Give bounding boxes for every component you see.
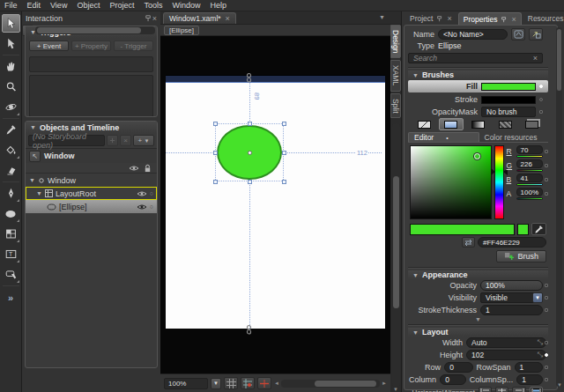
tile-brush-tab[interactable] <box>493 118 518 130</box>
menu-view[interactable]: View <box>50 1 67 10</box>
blue-value-field[interactable]: 41 <box>516 174 543 182</box>
close-icon[interactable]: × <box>152 14 157 23</box>
eye-icon[interactable] <box>137 190 147 197</box>
color-format-button[interactable] <box>462 237 475 248</box>
artboard-horizontal-scrollbar[interactable]: ◄ ► <box>274 380 387 388</box>
lock-dot-icon[interactable]: ○ <box>150 203 153 210</box>
stroke-advanced-marker[interactable] <box>539 98 543 101</box>
saturation-value-picker[interactable] <box>410 145 492 219</box>
delete-storyboard-button[interactable]: × <box>120 135 131 146</box>
add-event-button[interactable]: + Event <box>29 41 69 51</box>
asset-library-button[interactable]: » <box>2 288 20 307</box>
eraser-tool[interactable] <box>2 161 20 180</box>
advanced-marker[interactable] <box>545 308 548 312</box>
close-icon[interactable]: × <box>511 15 516 24</box>
pin-icon[interactable] <box>501 16 508 23</box>
hue-slider[interactable] <box>494 145 503 219</box>
ellipse-tool[interactable] <box>2 204 20 223</box>
camera-orbit-tool[interactable] <box>2 98 20 116</box>
stroke-swatch[interactable] <box>481 96 536 104</box>
column-field[interactable]: 0 <box>440 374 466 385</box>
show-grid-button[interactable] <box>224 377 238 389</box>
red-slider[interactable] <box>516 155 543 158</box>
scope-row[interactable]: ↖ Window <box>26 148 157 163</box>
tab-project[interactable]: Project × <box>405 12 456 25</box>
resize-handle-ne[interactable] <box>282 122 286 126</box>
grid-layout-tool[interactable] <box>2 225 20 243</box>
expander-icon[interactable]: ▼ <box>29 177 35 183</box>
expander-icon[interactable]: ▼ <box>36 190 42 196</box>
opacity-mask-row[interactable]: OpacityMask No brush <box>408 106 548 118</box>
artboard-vertical-scrollbar[interactable] <box>392 123 400 387</box>
advanced-marker[interactable] <box>545 341 548 344</box>
columnspan-field[interactable]: 1 <box>516 374 543 385</box>
layout-header[interactable]: ▼ Layout <box>408 328 548 337</box>
align-right-button[interactable] <box>512 387 525 392</box>
advanced-marker[interactable] <box>545 353 548 357</box>
fill-swatch[interactable] <box>481 83 536 91</box>
snap-to-snaplines-button[interactable] <box>257 377 271 389</box>
resize-handle-e[interactable] <box>282 151 286 155</box>
close-icon[interactable]: × <box>447 14 451 23</box>
initial-color-swatch[interactable] <box>517 224 529 235</box>
advanced-marker[interactable] <box>545 378 548 381</box>
delete-trigger-button[interactable]: - Trigger <box>114 41 153 51</box>
stroke-thickness-field[interactable]: 1 <box>480 305 543 315</box>
scroll-thumb[interactable] <box>393 176 399 308</box>
menu-file[interactable]: File <box>4 1 18 10</box>
clear-search-icon[interactable]: × <box>533 54 538 63</box>
close-storyboard-button[interactable] <box>107 135 118 146</box>
blue-slider[interactable] <box>516 183 543 186</box>
solid-brush-tab[interactable] <box>439 118 464 130</box>
advanced-marker[interactable] <box>545 366 548 369</box>
color-resources-tab[interactable]: Color resources <box>479 132 549 142</box>
storyboard-combo[interactable]: (No Storyboard open) <box>28 135 105 146</box>
visibility-dropdown-icon[interactable]: ▼ <box>532 292 543 303</box>
selection-tool[interactable] <box>2 14 20 33</box>
search-input[interactable] <box>413 54 533 63</box>
design-surface[interactable]: 112 89 <box>160 36 390 374</box>
pin-icon[interactable] <box>436 15 443 22</box>
properties-view-button[interactable] <box>511 28 525 41</box>
advanced-marker[interactable] <box>545 150 548 153</box>
menu-window[interactable]: Window <box>172 1 200 10</box>
resize-handle-n[interactable] <box>248 122 252 126</box>
appearance-header[interactable]: ▼ Appearance <box>408 270 548 279</box>
tab-resources[interactable]: Resources × <box>523 12 564 25</box>
hue-arrow-left-icon[interactable] <box>491 168 495 175</box>
paint-bucket-tool[interactable] <box>2 141 20 159</box>
no-brush-tab[interactable] <box>412 118 437 130</box>
alpha-slider[interactable] <box>516 197 543 200</box>
gradient-brush-tab[interactable] <box>465 118 491 130</box>
designed-window-canvas[interactable] <box>166 82 385 329</box>
fill-advanced-marker[interactable] <box>539 85 543 88</box>
fill-brush-row[interactable]: Fill <box>408 80 548 92</box>
lock-icon[interactable] <box>144 164 152 173</box>
eye-icon[interactable] <box>129 165 139 172</box>
advanced-marker[interactable] <box>545 296 548 300</box>
tree-item-ellipse[interactable]: [Ellipse] ○ <box>26 200 157 213</box>
close-icon[interactable]: × <box>226 14 230 23</box>
resize-handle-w[interactable] <box>213 151 218 155</box>
row-field[interactable]: 0 <box>444 362 472 373</box>
tab-xaml[interactable]: XAML <box>390 60 401 91</box>
green-slider[interactable] <box>516 169 543 172</box>
align-left-button[interactable] <box>479 387 492 392</box>
tree-item-layoutroot[interactable]: ▼ LayoutRoot ○ <box>26 187 157 200</box>
align-center-button[interactable] <box>495 387 508 392</box>
breadcrumb[interactable]: [Ellipse] <box>164 26 199 35</box>
name-input[interactable] <box>443 30 502 39</box>
new-storyboard-button[interactable]: + ▼ <box>133 135 154 146</box>
height-field[interactable]: 102 <box>466 350 546 360</box>
events-view-button[interactable] <box>529 28 543 41</box>
scroll-thumb[interactable] <box>557 29 561 91</box>
zoom-level-field[interactable]: 100% <box>164 378 208 389</box>
resize-handle-sw[interactable] <box>213 180 218 184</box>
advanced-marker[interactable] <box>545 164 548 167</box>
expand-section-chevron[interactable]: ▼ <box>408 316 548 322</box>
advanced-marker[interactable] <box>545 178 548 181</box>
set-width-icon[interactable]: ⤡ <box>538 338 543 347</box>
rotation-center-dot[interactable] <box>248 151 252 155</box>
direct-selection-tool[interactable] <box>2 34 20 53</box>
align-stretch-button[interactable] <box>530 387 543 392</box>
